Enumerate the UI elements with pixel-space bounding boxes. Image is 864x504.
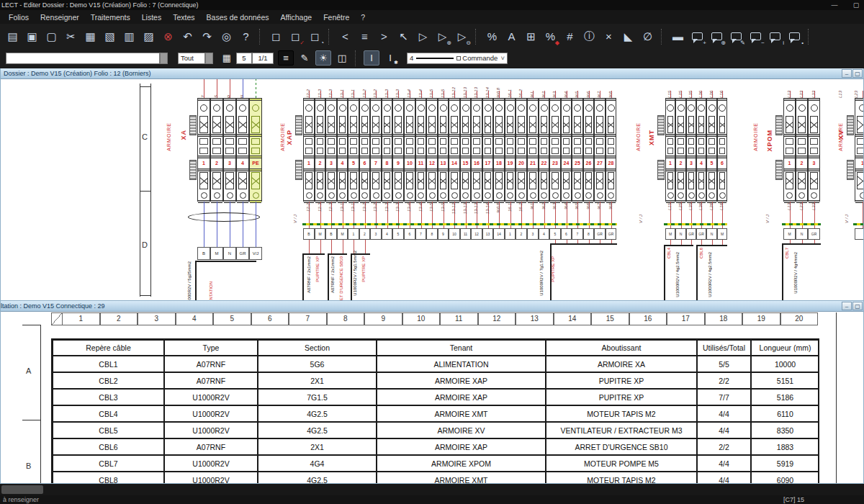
cable-drop-line[interactable] [351,253,352,300]
terminal-xap-19[interactable]: 19 [505,98,516,202]
previous-folio-icon[interactable]: < [336,27,354,45]
scrollbar-thumb[interactable] [1,485,43,494]
new-window-icon[interactable]: ◻ [267,27,285,45]
columns-button[interactable]: ◫ [334,50,350,66]
terminal-xa-3[interactable]: 3 [223,98,236,202]
pencil-button[interactable]: ✎ [297,50,312,66]
table-row[interactable]: CBL4U1000R2V4G2.5ARMOIRE XMTMOTEUR TAPIS… [53,405,818,422]
menu-item-listes[interactable]: Listes [136,12,167,23]
terminal-xap-17[interactable]: 17 [482,98,493,202]
copy-icon[interactable]: ▦ [81,27,99,45]
terminal-xpom-1[interactable]: 1 [783,98,796,202]
line-style-combo[interactable]: 4 Commande ˅ [407,53,508,64]
terminal-xap-23[interactable]: 23 [549,98,561,202]
terminal-xmt-5[interactable]: 5 [706,98,717,202]
terminal-xap-24[interactable]: 24 [561,98,572,202]
grid-view-button[interactable]: ▦ [219,50,235,66]
menu-item-fen-tre[interactable]: Fenêtre [318,12,355,23]
terminal-xap-18[interactable]: 18 [493,98,505,202]
cable-drop-line[interactable] [696,245,698,300]
menu-item-renseigner[interactable]: Renseigner [35,12,85,23]
help-icon[interactable]: ? [237,27,255,45]
terminal-xmt-1[interactable]: 1 [665,98,675,202]
bubble-add-icon[interactable]: + [688,27,706,45]
terminal-xap-10[interactable]: 10 [404,98,415,202]
folio-list-icon[interactable]: ≡ [356,27,374,45]
terminal-xap-6[interactable]: 6 [359,98,370,202]
terminal-xap-22[interactable]: 22 [539,98,549,202]
schematic-window-button-0[interactable]: – [842,69,852,78]
junction-box-icon[interactable]: ⊞ [522,27,540,45]
note-icon[interactable]: ▬ [669,27,687,45]
terminal-xap-4[interactable]: 4 [337,98,348,202]
cable-list-canvas[interactable]: 1234567891011121314151617181920ABRepère … [1,312,863,483]
terminal-xa-4[interactable]: 4 [236,98,249,202]
bubble-plus-icon[interactable]: ⊕ [708,27,726,45]
navigate-minus-icon[interactable]: ▷⊖ [453,27,471,45]
terminal-xap-11[interactable]: 11 [415,98,426,202]
menu-item-textes[interactable]: Textes [167,12,200,23]
print-pdf-icon[interactable]: ▨ [140,27,158,45]
component-combo-dropdown[interactable] [160,53,168,64]
filter-combo[interactable]: Tout [178,53,205,64]
terminal-xmt-4[interactable]: 4 [696,98,706,202]
terminal-xap-28[interactable]: 28 [606,98,616,202]
folio-number-field[interactable]: 5 [236,53,252,64]
table-row[interactable]: CBL3U1000R2V7G1.5ARMOIRE XAPPUPITRE XP7/… [53,389,818,405]
minimize-button[interactable]: — [827,1,842,9]
table-row[interactable]: CBL2A07RNF2X1ARMOIRE XAPPUPITRE XP2/2515… [53,372,818,389]
terminal-xap-21[interactable]: 21 [527,98,539,202]
print-icon[interactable]: ▥ [120,27,138,45]
terminal-xap-15[interactable]: 15 [460,98,471,202]
pointer-icon[interactable]: ↖ [395,27,413,45]
set-square-icon[interactable]: ◣ [619,27,637,45]
terminal-xap-9[interactable]: 9 [392,98,404,202]
schematic-canvas[interactable]: CDARMOIREXA1T2S3R4NPEARMOIREXAP112-212-2… [1,79,863,300]
wire-settings-button[interactable]: I ✱ [382,50,398,66]
delete-icon[interactable]: ⊗ [159,27,177,45]
terminal-xap-3[interactable]: 3 [325,98,337,202]
component-combo-input[interactable] [6,53,160,64]
terminal-xv-1[interactable]: 1 [855,98,863,202]
redo-icon[interactable]: ↷ [198,27,216,45]
table-row[interactable]: CBL7U1000R2V4G4ARMOIRE XPOMMOTEUR POMPE … [53,455,818,472]
window-clock-icon[interactable]: ◻◔ [306,27,324,45]
terminal-xpom-2[interactable]: 2 [796,98,808,202]
terminal-xap-26[interactable]: 26 [583,98,594,202]
cable-drop-line[interactable] [782,243,783,300]
filter-combo-dropdown[interactable] [205,53,213,64]
menu-item-folios[interactable]: Folios [3,12,35,23]
cable-drop-line[interactable] [664,245,665,300]
terminal-xap-5[interactable]: 5 [348,98,359,202]
maximize-button[interactable]: ▢ [848,1,864,9]
horizontal-scrollbar[interactable] [0,484,864,495]
save-icon[interactable]: ▣ [23,27,41,45]
terminal-xap-2[interactable]: 2 [315,98,325,202]
terminal-xa-2[interactable]: 2 [210,98,223,202]
menu-item-traitements[interactable]: Traitements [85,12,136,23]
table-row[interactable]: CBL1A07RNF5G6ALIMENTATIONARMOIRE XA5/510… [53,356,818,372]
terminal-xpom-3[interactable]: 3 [808,98,820,202]
layers-button[interactable]: ≡ [278,50,294,66]
cut-icon[interactable]: ✂ [62,27,80,45]
terminal-xap-20[interactable]: 20 [516,98,527,202]
next-folio-icon[interactable]: > [375,27,393,45]
grid-icon[interactable]: # [561,27,579,45]
hide-icon[interactable]: ∅ [639,27,657,45]
terminal-xa-1[interactable]: 1 [197,98,210,202]
terminal-xap-12[interactable]: 12 [426,98,438,202]
connect-nodes-icon[interactable]: % [483,27,501,45]
terminal-xap-7[interactable]: 7 [370,98,382,202]
paste-icon[interactable]: ▧ [101,27,119,45]
table-row[interactable]: CBL5U1000R2V4G2.5ARMOIRE XVVENTILATEUR /… [53,422,818,438]
cable-list-window-button-1[interactable]: ▢ [852,302,863,310]
cable-drop-line[interactable] [328,253,329,300]
cable-drop-line[interactable] [195,261,197,300]
terminal-xap-13[interactable]: 13 [438,98,449,202]
table-row[interactable]: CBL6A07RNF2X1ARMOIRE XAPARRET D'URGENCE … [53,438,818,455]
terminal-xap-16[interactable]: 16 [471,98,482,202]
delete-connection-icon[interactable]: × [600,27,618,45]
connect-flag-icon[interactable]: %◆ [541,27,559,45]
highlight-button[interactable]: ☀ [315,50,331,66]
bubble-info-icon[interactable]: i [766,27,784,45]
